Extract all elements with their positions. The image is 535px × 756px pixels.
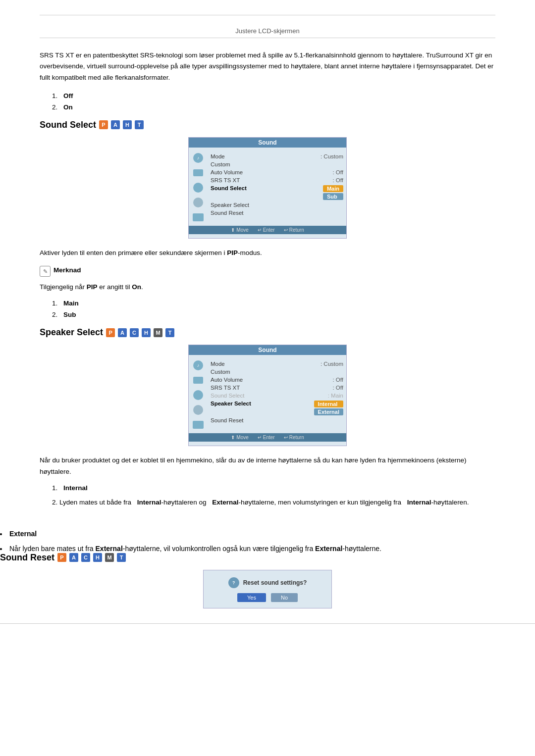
badge-t: T xyxy=(135,120,144,129)
internal-desc: Lyden mates ut både fra Internal-høyttal… xyxy=(59,499,495,506)
bottom-border xyxy=(0,623,535,624)
badge-sr-t: T xyxy=(117,553,126,562)
sound-select-menu: Sound ♪ Mod xyxy=(188,137,347,239)
sound-reset-heading: Sound Reset P A C H M T xyxy=(0,553,535,563)
title-rule xyxy=(40,38,495,38)
icon-input xyxy=(192,197,205,208)
badge-sp-c: C xyxy=(130,328,139,337)
menu1-title: Sound xyxy=(189,138,346,148)
badge-sp-a: A xyxy=(118,328,127,337)
menu1-row-srs: SRS TS XT : Off xyxy=(211,176,343,184)
menu2-icons: ♪ xyxy=(189,358,208,430)
menu1-icons: ♪ xyxy=(189,151,208,223)
intro-text: SRS TS XT er en patentbeskyttet SRS-tekn… xyxy=(40,50,495,83)
menu2-row-speakerselect: Speaker Select Internal External xyxy=(211,400,343,416)
menu1-items: Mode : Custom Custom Auto Volume : Off S… xyxy=(208,151,346,223)
menu1-row-soundreset: Sound Reset xyxy=(211,209,343,217)
speaker-list: Internal Lyden mates ut både fra Interna… xyxy=(59,484,495,506)
reset-yes-button[interactable]: Yes xyxy=(237,593,266,602)
note-block: ✎ Merknad xyxy=(40,265,495,277)
menu2-row-autovolume: Auto Volume : Off xyxy=(211,376,343,384)
reset-dialog: ? Reset sound settings? Yes No xyxy=(203,570,332,608)
menu2-row-srs: SRS TS XT : Off xyxy=(211,384,343,392)
sound-select-heading: Sound Select P A H T xyxy=(40,120,495,130)
badge-h: H xyxy=(123,120,132,129)
icon-settings xyxy=(192,182,205,193)
icon2-input xyxy=(192,404,205,415)
sound-select-list: Main Sub xyxy=(59,300,495,318)
srs-list: Off On xyxy=(59,92,495,111)
sound-select-desc: Aktiver lyden til enten den primære elle… xyxy=(40,248,495,258)
menu2-row-custom: Custom xyxy=(211,368,343,376)
menu2-row-soundreset: Sound Reset xyxy=(211,416,343,424)
note-text: Tilgjengelig når PIP er angitt til On. xyxy=(40,282,495,293)
menu1-move: ⬆ Move xyxy=(231,227,248,233)
badge-sp-p: P xyxy=(106,328,115,337)
badge-sr-a: A xyxy=(69,553,78,562)
list-item-on: On xyxy=(59,103,495,111)
menu2-title: Sound xyxy=(189,345,346,355)
menu1-row-custom: Custom xyxy=(211,160,343,168)
badge-sr-m: M xyxy=(105,553,114,562)
list-item-main: Main xyxy=(59,300,495,307)
menu2-move: ⬆ Move xyxy=(231,435,248,440)
list-item-internal: Internal xyxy=(59,484,495,492)
menu2-enter: ↵ Enter xyxy=(258,435,275,440)
menu2-return: ↩ Return xyxy=(284,435,304,440)
list-item-off: Off xyxy=(59,92,495,100)
icon2-display xyxy=(192,375,205,386)
badge-a: A xyxy=(111,120,120,129)
menu2-row-mode: Mode : Custom xyxy=(211,360,343,368)
speaker-select-desc: Når du bruker produktet og det er koblet… xyxy=(40,455,495,477)
badge-sp-h: H xyxy=(142,328,151,337)
speaker-select-menu: Sound ♪ Mod xyxy=(188,345,347,446)
menu1-row-soundselect: Sound Select Main Sub xyxy=(211,184,343,201)
badge-sr-c: C xyxy=(81,553,90,562)
icon2-sound: ♪ xyxy=(192,360,205,371)
reset-dialog-icon: ? xyxy=(228,577,239,588)
menu1-row-mode: Mode : Custom xyxy=(211,152,343,160)
note-icon: ✎ xyxy=(40,266,51,277)
page-container: Justere LCD-skjermen SRS TS XT er en pat… xyxy=(0,0,535,530)
icon2-settings xyxy=(192,390,205,401)
menu1-row-speakerselect: Speaker Select xyxy=(211,201,343,209)
icon-display xyxy=(192,167,205,178)
badge-sp-m: M xyxy=(154,328,162,337)
menu1-enter: ↵ Enter xyxy=(258,227,275,233)
badge-sr-p: P xyxy=(57,553,66,562)
badge-sr-h: H xyxy=(93,553,102,562)
list-item-external: External xyxy=(0,530,535,538)
page-title: Justere LCD-skjermen xyxy=(40,27,495,35)
top-rule xyxy=(40,15,495,15)
reset-dialog-header: ? Reset sound settings? xyxy=(228,577,307,588)
reset-dialog-buttons: Yes No xyxy=(237,593,298,602)
reset-no-button[interactable]: No xyxy=(271,593,298,602)
badge-p: P xyxy=(99,120,108,129)
speaker-select-heading: Speaker Select P A C H M T xyxy=(40,327,495,338)
note-label: Merknad xyxy=(54,265,81,275)
icon2-tv xyxy=(192,419,205,430)
menu1-bottom-bar: ⬆ Move ↵ Enter ↩ Return xyxy=(189,226,346,234)
menu1-row-autovolume: Auto Volume : Off xyxy=(211,168,343,176)
menu2-bottom-bar: ⬆ Move ↵ Enter ↩ Return xyxy=(189,433,346,442)
badge-sp-t: T xyxy=(165,328,174,337)
icon-tv xyxy=(192,212,205,223)
menu2-row-soundselect: Sound Select : Main xyxy=(211,392,343,400)
external-desc: Når lyden bare mates ut fra External-høy… xyxy=(0,545,535,553)
menu2-items: Mode : Custom Custom Auto Volume : Off S… xyxy=(208,358,346,430)
icon-sound: ♪ xyxy=(192,152,205,163)
list-item-sub: Sub xyxy=(59,311,495,318)
menu1-return: ↩ Return xyxy=(284,227,304,233)
